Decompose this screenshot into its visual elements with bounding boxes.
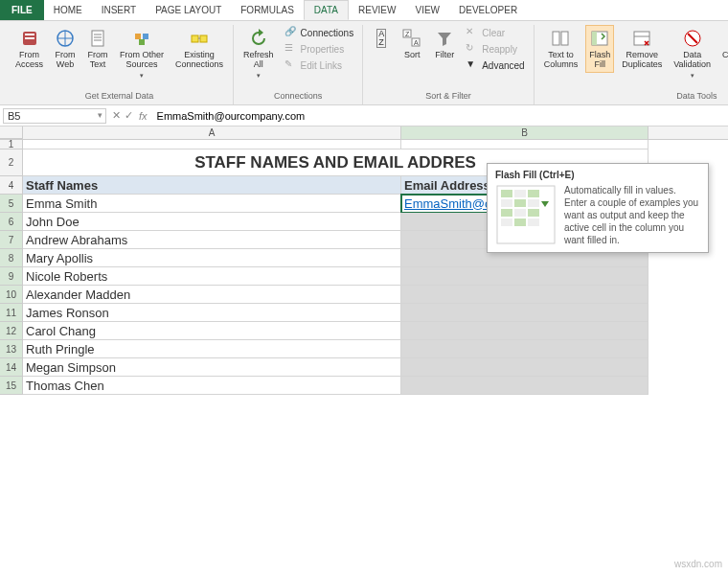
row-header[interactable]: 6 xyxy=(0,213,23,231)
cell[interactable]: Ruth Pringle xyxy=(23,340,401,358)
advanced-icon: ▼ xyxy=(466,58,479,72)
flash-fill-button[interactable]: Flash Fill xyxy=(585,25,614,73)
formula-input[interactable] xyxy=(153,108,728,124)
fx-icon[interactable]: fx xyxy=(139,110,148,122)
cell[interactable] xyxy=(401,358,648,377)
cell[interactable] xyxy=(401,140,648,150)
refresh-all-button[interactable]: Refresh All▾ xyxy=(239,25,278,82)
from-access-button[interactable]: From Access xyxy=(11,25,47,73)
row-header[interactable]: 2 xyxy=(0,150,23,176)
remove-duplicates-button[interactable]: Remove Duplicates xyxy=(618,25,666,73)
cell[interactable]: Emma Smith xyxy=(23,195,401,213)
tab-review[interactable]: REVIEW xyxy=(349,0,405,20)
row-header[interactable]: 4 xyxy=(0,176,23,195)
tab-data[interactable]: DATA xyxy=(304,0,349,20)
row-header[interactable]: 14 xyxy=(0,358,23,377)
tab-insert[interactable]: INSERT xyxy=(92,0,147,20)
cell[interactable]: Andrew Abrahams xyxy=(23,231,401,249)
row-header[interactable]: 1 xyxy=(0,140,23,150)
edit-links-button[interactable]: ✎Edit Links xyxy=(282,58,357,73)
row-header[interactable]: 9 xyxy=(0,267,23,286)
row-header[interactable]: 10 xyxy=(0,286,23,304)
cell[interactable] xyxy=(401,377,648,395)
cancel-icon[interactable]: ✕ xyxy=(112,109,121,122)
group-label-external: Get External Data xyxy=(85,89,154,103)
cell[interactable]: James Ronson xyxy=(23,304,401,322)
group-label-sort-filter: Sort & Filter xyxy=(425,89,471,103)
text-file-icon xyxy=(87,28,108,49)
consolidate-button[interactable]: Consolidate xyxy=(718,25,728,63)
clear-filter-button[interactable]: ✕Clear xyxy=(463,25,527,40)
svg-rect-9 xyxy=(143,34,148,39)
svg-rect-10 xyxy=(139,39,145,45)
columns-icon xyxy=(550,28,571,49)
tooltip-text: Automatically fill in values. Enter a co… xyxy=(564,184,700,246)
cell[interactable]: Megan Simpson xyxy=(23,358,401,377)
flash-fill-tooltip: Flash Fill (Ctrl+E) Automatically fill i… xyxy=(487,163,709,253)
cell[interactable] xyxy=(23,140,401,150)
name-box[interactable]: B5 xyxy=(3,108,106,124)
cell[interactable]: Nicole Roberts xyxy=(23,267,401,286)
existing-connections-button[interactable]: Existing Connections xyxy=(171,25,227,73)
remove-duplicates-icon xyxy=(631,28,652,49)
formula-buttons: ✕ ✓ xyxy=(112,109,133,122)
enter-icon[interactable]: ✓ xyxy=(125,109,133,122)
svg-rect-8 xyxy=(135,34,141,39)
svg-rect-37 xyxy=(528,190,539,197)
sort-az-button[interactable]: AZ xyxy=(369,25,394,52)
row-header[interactable]: 5 xyxy=(0,195,23,213)
tab-view[interactable]: VIEW xyxy=(405,0,449,20)
row-header[interactable]: 15 xyxy=(0,377,23,395)
cell[interactable]: Carol Chang xyxy=(23,322,401,340)
cell[interactable] xyxy=(401,267,648,286)
cell[interactable]: John Doe xyxy=(23,213,401,231)
tab-formulas[interactable]: FORMULAS xyxy=(231,0,304,20)
sort-button[interactable]: ZA Sort xyxy=(398,25,426,63)
svg-rect-21 xyxy=(592,32,597,45)
row-header[interactable]: 13 xyxy=(0,340,23,358)
advanced-filter-button[interactable]: ▼Advanced xyxy=(463,58,527,73)
reapply-icon: ↻ xyxy=(466,42,479,56)
ribbon: From Access From Web From Text From Othe… xyxy=(0,21,728,105)
row-header[interactable]: 7 xyxy=(0,231,23,249)
edit-links-icon: ✎ xyxy=(284,58,298,72)
tab-developer[interactable]: DEVELOPER xyxy=(449,0,527,20)
svg-rect-12 xyxy=(200,35,207,42)
cell[interactable] xyxy=(401,304,648,322)
tab-home[interactable]: HOME xyxy=(44,0,92,20)
col-header-b[interactable]: B xyxy=(401,126,648,139)
svg-rect-11 xyxy=(192,35,198,42)
from-other-sources-button[interactable]: From Other Sources▾ xyxy=(116,25,168,82)
properties-button[interactable]: ☰Properties xyxy=(282,41,357,57)
text-to-columns-button[interactable]: Text to Columns xyxy=(540,25,582,73)
header-cell-staff[interactable]: Staff Names xyxy=(23,176,401,195)
row-header[interactable]: 11 xyxy=(0,304,23,322)
select-all-corner[interactable] xyxy=(0,126,23,139)
col-header-a[interactable]: A xyxy=(23,126,401,139)
cell[interactable]: Alexander Madden xyxy=(23,286,401,304)
cell[interactable] xyxy=(401,340,648,358)
group-label-connections: Connections xyxy=(274,89,322,103)
data-validation-button[interactable]: Data Validation▾ xyxy=(670,25,715,82)
row-header[interactable]: 12 xyxy=(0,322,23,340)
tooltip-graphic xyxy=(495,184,557,245)
watermark: wsxdn.com xyxy=(674,559,722,569)
cell[interactable] xyxy=(401,322,648,340)
refresh-icon xyxy=(248,28,269,49)
tab-page-layout[interactable]: PAGE LAYOUT xyxy=(146,0,231,20)
chain-icon: 🔗 xyxy=(284,26,298,39)
reapply-button[interactable]: ↻Reapply xyxy=(463,41,527,57)
ribbon-tabs: FILE HOME INSERT PAGE LAYOUT FORMULAS DA… xyxy=(0,0,728,21)
tab-file[interactable]: FILE xyxy=(0,0,44,20)
cell[interactable] xyxy=(401,286,648,304)
sort-az-icon: AZ xyxy=(371,28,392,49)
cell[interactable]: Thomas Chen xyxy=(23,377,401,395)
row-header[interactable]: 8 xyxy=(0,249,23,267)
from-web-button[interactable]: From Web xyxy=(51,25,80,73)
connections-button[interactable]: 🔗Connections xyxy=(282,25,357,40)
cell[interactable]: Mary Apollis xyxy=(23,249,401,267)
clear-icon: ✕ xyxy=(466,26,479,39)
from-text-button[interactable]: From Text xyxy=(83,25,112,73)
svg-rect-42 xyxy=(514,209,526,217)
filter-button[interactable]: Filter xyxy=(430,25,459,63)
